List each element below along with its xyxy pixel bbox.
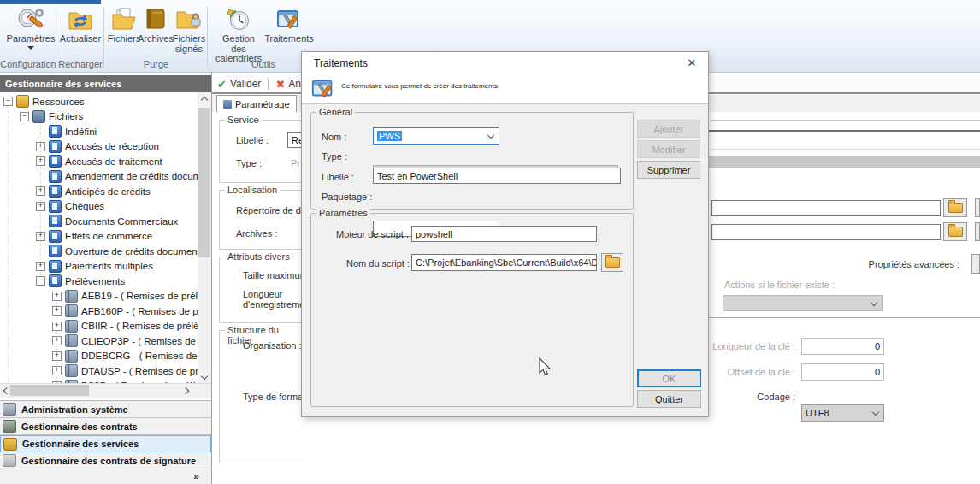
- divider-line: [711, 120, 980, 121]
- tree-item[interactable]: −Amendement de crédits documen: [0, 169, 198, 185]
- services-icon: [3, 438, 17, 451]
- scroll-up-arrow[interactable]: [198, 92, 211, 105]
- book-icon: [65, 290, 78, 303]
- offset-cle-input[interactable]: 0: [801, 363, 884, 381]
- scroll-down-arrow[interactable]: [198, 370, 211, 383]
- folder-icon: [605, 257, 620, 268]
- codage-select[interactable]: UTF8: [801, 404, 884, 422]
- folder-files-icon: [109, 6, 139, 33]
- sidebar-header: Gestionnaire des services: [0, 75, 211, 92]
- tree-vertical-scrollbar[interactable]: [198, 92, 211, 383]
- repertoire-browse-button[interactable]: [943, 198, 967, 217]
- actions-fichier-existe-label: Actions si le fichier existe :: [724, 280, 835, 290]
- actualiser-button[interactable]: Actualiser: [59, 6, 102, 44]
- traitements-button[interactable]: Traitements: [263, 6, 316, 44]
- collapse-icon[interactable]: −: [3, 97, 13, 106]
- expand-icon[interactable]: +: [36, 232, 45, 241]
- nav-overflow-chevron[interactable]: »: [193, 470, 199, 482]
- vertical-scroll-thumb[interactable]: [198, 108, 210, 257]
- tree-item-label: AFB160P - ( Remises de prélèv: [81, 306, 198, 316]
- nav-item-label: Gestionnaire des contrats: [21, 422, 138, 432]
- tree-item[interactable]: +AFB160P - ( Remises de prélèv: [0, 304, 198, 319]
- valider-button[interactable]: ✔ Valider: [217, 78, 261, 91]
- tree-item[interactable]: +Paiements multiples: [0, 259, 198, 274]
- ribbon-button-label: Fichiers: [108, 34, 141, 44]
- collapse-icon[interactable]: −: [36, 276, 45, 286]
- tree-item[interactable]: −Prélèvements: [0, 274, 198, 289]
- tree-item[interactable]: +Effets de commerce: [0, 229, 198, 245]
- archive-book-icon: [141, 6, 170, 33]
- expand-icon[interactable]: +: [36, 156, 45, 166]
- tree-item[interactable]: +Chèques: [0, 199, 198, 215]
- nav-item-services[interactable]: Gestionnaire des services: [0, 435, 211, 452]
- expand-icon[interactable]: +: [52, 336, 62, 345]
- ribbon-group-recharger: Actualiser Recharger: [56, 4, 104, 71]
- tab-icon: [223, 100, 232, 109]
- doc-icon: [49, 245, 62, 257]
- close-icon[interactable]: ✕: [684, 56, 700, 71]
- moteur-script-input[interactable]: powshell: [411, 226, 597, 242]
- horizontal-scroll-thumb[interactable]: [10, 385, 89, 396]
- tree-item[interactable]: +DTAUSP - ( Remises de prélève: [0, 363, 198, 379]
- fichiers-signes-button[interactable]: Fichiers signés: [172, 6, 206, 54]
- tree-item[interactable]: +Accusés de réception: [0, 139, 198, 155]
- libelle-input[interactable]: Test en PowerShell: [373, 168, 621, 184]
- tree-item-label: DDEBCRG - ( Remises de prélè: [81, 351, 198, 361]
- archives-input[interactable]: [711, 224, 941, 240]
- ok-button[interactable]: OK: [637, 369, 701, 387]
- tree-item[interactable]: +CLIEOP3P - ( Remises de prélèv: [0, 333, 198, 349]
- tree-item[interactable]: +AEB19 - ( Remises de prélèvem: [0, 289, 198, 304]
- collapse-icon[interactable]: −: [20, 112, 29, 121]
- expand-icon[interactable]: +: [36, 142, 45, 151]
- tree-item[interactable]: −Ouverture de crédits documentair: [0, 244, 198, 259]
- tree-horizontal-scrollbar[interactable]: [0, 383, 211, 398]
- doc-icon: [49, 215, 62, 227]
- fichiers-button[interactable]: Fichiers: [108, 6, 140, 44]
- expand-icon[interactable]: +: [52, 351, 62, 361]
- repertoire-extra-button[interactable]: [975, 198, 980, 217]
- tree-item[interactable]: −Indéfini: [0, 124, 198, 139]
- archives-button[interactable]: Archives: [139, 6, 172, 44]
- nav-item-admin[interactable]: Administration système: [0, 401, 211, 418]
- divider-line: [708, 317, 980, 318]
- localisation-group-label: Localisation: [225, 185, 280, 195]
- modifier-button[interactable]: Modifier: [637, 140, 700, 158]
- quitter-button[interactable]: Quitter: [637, 390, 701, 408]
- tree-item[interactable]: −Ressources: [0, 94, 198, 109]
- actions-fichier-existe-select[interactable]: [723, 295, 883, 311]
- gestion-calendriers-button[interactable]: Gestion des calendriers: [215, 6, 263, 64]
- longueur-cle-input[interactable]: 0: [801, 338, 884, 355]
- tree-item[interactable]: +Anticipés de crédits: [0, 184, 198, 199]
- expand-icon[interactable]: +: [36, 262, 45, 271]
- nav-item-contrats[interactable]: Gestionnaire des contrats: [0, 418, 211, 435]
- dialog-titlebar[interactable]: Traitements ✕: [302, 52, 708, 74]
- tree-item[interactable]: +Accusés de traitement: [0, 154, 198, 169]
- scroll-right-arrow[interactable]: [181, 384, 192, 397]
- tree-item[interactable]: −Documents Commerciaux: [0, 214, 198, 229]
- expand-icon[interactable]: +: [36, 186, 45, 196]
- expand-icon[interactable]: +: [36, 202, 45, 211]
- archives-extra-button[interactable]: [975, 222, 980, 241]
- expand-icon[interactable]: +: [52, 322, 62, 331]
- proprietes-avancees-button[interactable]: [971, 254, 980, 274]
- archives-label: Archives :: [236, 228, 277, 239]
- parametres-button[interactable]: Paramètres: [7, 6, 55, 50]
- ajouter-button[interactable]: Ajouter: [637, 120, 700, 138]
- script-browse-button[interactable]: [601, 253, 623, 272]
- nom-combobox[interactable]: PWS: [373, 127, 499, 145]
- longueur-enregistrement-label: Longueur d'enregistrement: [243, 289, 303, 310]
- nom-script-input[interactable]: C:\Projet\Ebanking\Sbe\Current\Build\x64…: [411, 254, 597, 271]
- expand-icon[interactable]: +: [52, 366, 62, 375]
- supprimer-button[interactable]: Supprimer: [637, 161, 700, 179]
- tab-parametrage[interactable]: Paramétrage: [216, 95, 297, 112]
- tree-item[interactable]: +CBIIR - ( Remises de prélèvemc: [0, 319, 198, 334]
- expand-icon[interactable]: +: [52, 292, 62, 301]
- tree-item[interactable]: +DDEBCRG - ( Remises de prélè: [0, 349, 198, 364]
- repertoire-depot-input[interactable]: [711, 200, 941, 216]
- archives-browse-button[interactable]: [943, 222, 967, 241]
- nom-script-label: Nom du script :: [346, 258, 410, 269]
- tree-item[interactable]: −Fichiers: [0, 109, 198, 125]
- expand-icon[interactable]: +: [52, 306, 62, 316]
- nav-item-signature[interactable]: Gestionnaire des contrats de signature: [0, 452, 211, 469]
- ribbon-group-label: Purge: [104, 59, 208, 69]
